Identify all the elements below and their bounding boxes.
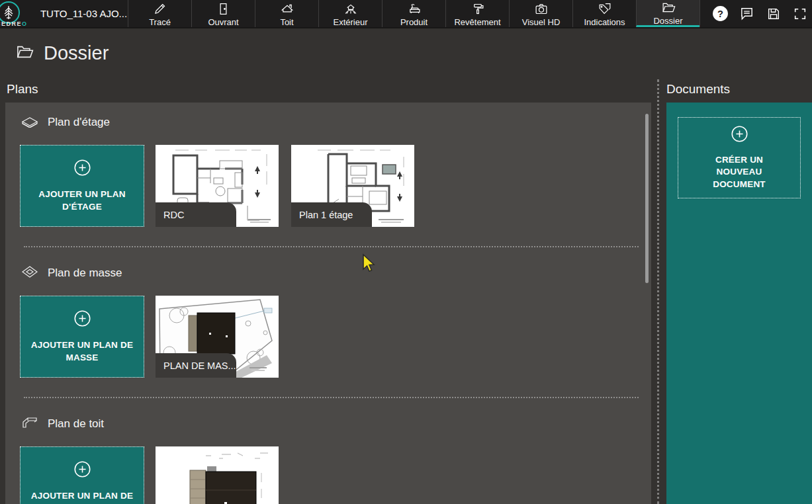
section-title: Plan de masse bbox=[48, 267, 122, 280]
tab-trace[interactable]: Tracé bbox=[128, 0, 191, 27]
tab-visuel-hd[interactable]: Visuel HD bbox=[509, 0, 572, 27]
top-bar: CEDREO TUTO_11-03 AJO... Tracé Ouvrant T… bbox=[0, 0, 812, 28]
section-header-plan-masse: Plan de masse bbox=[21, 265, 122, 281]
plan-thumbnail-etage1[interactable]: Plan 1 étage bbox=[291, 145, 414, 227]
page-title-row: Dossier bbox=[15, 42, 109, 64]
create-document-label: CRÉER UN NOUVEAU DOCUMENT bbox=[690, 154, 789, 190]
pencil-icon bbox=[153, 2, 167, 16]
roof-icon bbox=[280, 2, 294, 16]
project-title[interactable]: TUTO_11-03 AJO... bbox=[40, 0, 128, 27]
plans-header: Plans bbox=[7, 82, 38, 97]
folder-icon bbox=[661, 1, 676, 15]
tab-toit[interactable]: Toit bbox=[255, 0, 318, 27]
add-button-label: AJOUTER UN PLAN D'ÉTAGE bbox=[21, 189, 144, 212]
svg-text:?: ? bbox=[717, 9, 723, 19]
help-icon[interactable]: ? bbox=[712, 5, 729, 22]
tab-ouvrant[interactable]: Ouvrant bbox=[191, 0, 255, 27]
section-header-plan-etage: Plan d'étage bbox=[21, 114, 110, 130]
plan-thumbnail-masse[interactable]: PLAN DE MAS... bbox=[156, 296, 279, 378]
topbar-actions: ? bbox=[699, 0, 812, 27]
plan-thumbnail-label: Plan 1 étage bbox=[291, 202, 372, 227]
door-icon bbox=[216, 2, 230, 16]
tab-label: Visuel HD bbox=[522, 17, 561, 27]
section-header-plan-toit: Plan de toit bbox=[21, 416, 104, 432]
plan-thumbnail-label: RDC bbox=[156, 202, 236, 227]
plans-scrollbar[interactable] bbox=[645, 114, 649, 283]
add-button-label: AJOUTER UN PLAN DE TOIT bbox=[21, 490, 144, 504]
comment-icon[interactable] bbox=[739, 5, 755, 22]
save-icon[interactable] bbox=[765, 5, 782, 22]
tab-indications[interactable]: Indications bbox=[572, 0, 636, 27]
tags-icon bbox=[598, 2, 612, 16]
floors-stack-icon bbox=[21, 114, 38, 130]
paint-roller-icon bbox=[471, 2, 485, 16]
tab-label: Dossier bbox=[653, 16, 682, 26]
section-separator bbox=[24, 397, 639, 398]
roof-plan-image bbox=[156, 446, 279, 504]
tab-label: Extérieur bbox=[333, 17, 367, 27]
furniture-icon bbox=[407, 2, 422, 16]
tab-label: Ouvrant bbox=[208, 17, 238, 27]
plus-circle-icon bbox=[73, 310, 91, 330]
create-document-button[interactable]: CRÉER UN NOUVEAU DOCUMENT bbox=[678, 117, 801, 198]
section-title: Plan d'étage bbox=[48, 116, 110, 129]
tab-revetement[interactable]: Revêtement bbox=[445, 0, 509, 27]
add-floor-plan-button[interactable]: AJOUTER UN PLAN D'ÉTAGE bbox=[20, 145, 144, 227]
tab-exterieur[interactable]: Extérieur bbox=[318, 0, 382, 27]
camera-icon bbox=[534, 2, 549, 16]
roof-corner-icon bbox=[21, 416, 38, 432]
tab-label: Produit bbox=[400, 17, 428, 27]
plus-circle-icon bbox=[73, 159, 91, 179]
plans-panel: Plan d'étage AJOUTER UN PLAN D'ÉTAGE bbox=[5, 103, 651, 504]
plan-thumbnail-rdc[interactable]: RDC bbox=[156, 145, 279, 227]
folder-title-icon bbox=[15, 43, 34, 63]
logo-wordmark: CEDREO bbox=[0, 21, 28, 27]
panel-divider bbox=[657, 79, 659, 504]
plus-circle-icon bbox=[731, 125, 748, 146]
tab-dossier[interactable]: Dossier bbox=[636, 0, 699, 27]
documents-panel: CRÉER UN NOUVEAU DOCUMENT bbox=[666, 103, 812, 504]
page-title: Dossier bbox=[44, 42, 109, 64]
plan-thumbnail-label: PLAN DE MAS... bbox=[156, 353, 236, 378]
app-logo[interactable]: CEDREO bbox=[0, 0, 40, 27]
plan-thumbnail-toit[interactable] bbox=[156, 446, 279, 504]
plus-circle-icon bbox=[73, 460, 91, 481]
site-plan-icon bbox=[21, 265, 38, 281]
documents-header: Documents bbox=[666, 82, 730, 97]
section-title: Plan de toit bbox=[48, 417, 104, 431]
add-site-plan-button[interactable]: AJOUTER UN PLAN DE MASSE bbox=[20, 296, 144, 378]
add-button-label: AJOUTER UN PLAN DE MASSE bbox=[21, 339, 144, 363]
exterior-icon bbox=[343, 2, 358, 16]
tab-label: Tracé bbox=[149, 17, 171, 27]
tab-label: Indications bbox=[584, 17, 625, 27]
tab-label: Revêtement bbox=[454, 17, 500, 27]
section-separator bbox=[24, 246, 639, 247]
tab-label: Toit bbox=[280, 17, 293, 27]
tab-produit[interactable]: Produit bbox=[382, 0, 445, 27]
fullscreen-icon[interactable] bbox=[791, 5, 808, 22]
add-roof-plan-button[interactable]: AJOUTER UN PLAN DE TOIT bbox=[20, 446, 144, 504]
